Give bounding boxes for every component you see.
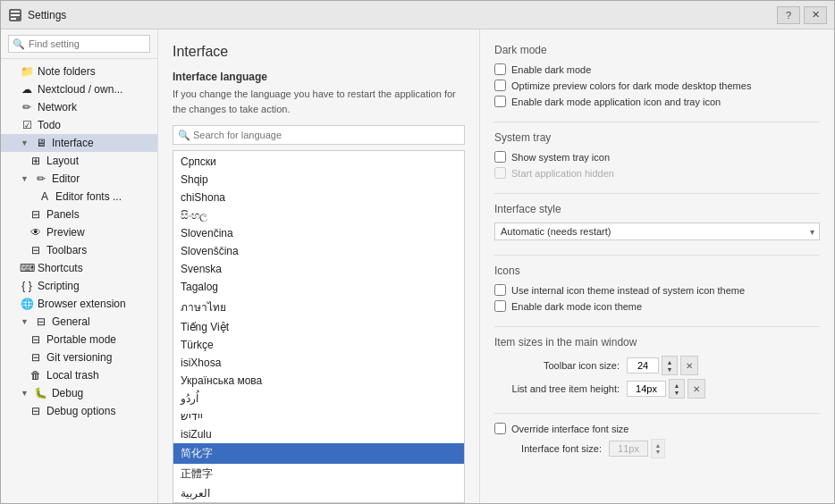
title-bar-left: Settings [8,8,66,22]
help-button[interactable]: ? [777,6,800,24]
language-item[interactable]: Српски [173,153,464,171]
font-override-section: Override interface font size Interface f… [494,423,820,458]
optimize-preview-checkbox[interactable] [494,80,506,91]
font-icon: A [38,190,51,203]
font-size-updown[interactable]: ▲ ▼ [651,439,665,458]
nav-label-portable-mode: Portable mode [46,333,116,346]
language-item[interactable]: 正體字 [173,464,464,484]
show-tray-checkbox[interactable] [494,151,506,163]
up-arrow: ▲ [667,359,673,365]
down-arrow-2: ▼ [674,390,680,396]
trash-icon: 🗑 [30,369,42,382]
interface-style-row: Automatic (needs restart) System Light D… [494,223,820,240]
dark-mode-title: Dark mode [494,44,820,56]
language-item[interactable]: ภาษาไทย [173,296,464,318]
interface-style-select[interactable]: Automatic (needs restart) System Light D… [494,223,820,240]
language-item[interactable]: 简化字 [173,443,464,464]
sidebar-item-browser-extension[interactable]: 🌐 Browser extension [1,295,157,313]
internal-icon-checkbox[interactable] [494,284,506,296]
svg-rect-3 [11,18,16,20]
close-button[interactable]: ✕ [804,6,827,24]
language-item[interactable]: Tiếng Việt [173,318,464,336]
sidebar-item-todo[interactable]: ☑ Todo [1,116,157,134]
language-item[interactable]: Svenska [173,260,464,278]
nav-label-panels: Panels [46,208,80,221]
title-bar-controls: ? ✕ [777,6,827,24]
font-up-arrow: ▲ [655,442,662,449]
sidebar-search-input[interactable] [8,35,150,53]
optimize-preview-row: Optimize preview colors for dark mode de… [494,80,820,91]
language-item[interactable]: Slovenčina [173,224,464,242]
language-item[interactable]: Shqip [173,171,464,189]
toolbar-icon-size-clear[interactable]: ✕ [680,356,698,375]
sidebar-item-toolbars[interactable]: ⊟ Toolbars [1,241,157,259]
start-hidden-checkbox[interactable] [494,167,506,179]
icons-section: Icons Use internal icon theme instead of… [494,265,820,312]
sidebar-item-editor[interactable]: ▼ ✏ Editor [1,170,157,188]
git-icon: ⊟ [30,351,42,364]
interface-style-title: Interface style [494,203,820,215]
toolbars-icon: ⊟ [30,244,42,256]
up-arrow-2: ▲ [674,382,680,389]
divider-4 [494,326,820,327]
list-tree-height-input[interactable] [627,381,666,397]
sidebar-item-shortcuts[interactable]: ⌨ Shortcuts [1,259,157,277]
expand-debug-arrow: ▼ [21,389,29,398]
sidebar-item-scripting[interactable]: { } Scripting [1,277,157,295]
language-item[interactable]: Українська мова [173,372,464,390]
start-hidden-row: Start application hidden [494,167,820,179]
sidebar-item-debug-options[interactable]: ⊟ Debug options [1,402,157,420]
sidebar-item-debug[interactable]: ▼ 🐛 Debug [1,384,157,402]
interface-title: Interface [173,44,465,60]
language-item[interactable]: isiZulu [173,425,464,443]
language-item[interactable]: יידיש [173,407,464,425]
sidebar-item-panels[interactable]: ⊟ Panels [1,206,157,223]
language-list: Limba românăрусскийСрпскиShqipchiShonaසි… [173,151,464,502]
language-item[interactable]: Slovenščina [173,242,464,260]
font-down-arrow: ▼ [655,449,662,455]
sidebar-item-nextcloud[interactable]: ☁ Nextcloud / own... [1,80,157,98]
sidebar-item-general[interactable]: ▼ ⊟ General [1,313,157,331]
nav-label-interface: Interface [52,137,94,149]
font-size-label: Interface font size: [494,443,602,454]
sidebar-item-portable-mode[interactable]: ⊟ Portable mode [1,331,157,349]
dark-icon-theme-checkbox[interactable] [494,300,506,312]
sidebar-item-editor-fonts[interactable]: A Editor fonts ... [1,188,157,206]
toolbar-icon-size-spinner: ▲ ▼ ✕ [627,356,698,375]
font-override-checkbox[interactable] [494,423,506,434]
nav-label-scripting: Scripting [38,280,80,292]
internal-icon-label: Use internal icon theme instead of syste… [511,285,745,296]
sidebar-item-note-folders[interactable]: 📁 Note folders [1,63,157,80]
enable-dark-checkbox[interactable] [494,63,506,75]
language-item[interactable]: chiShona [173,189,464,206]
left-content: Interface Interface language If you chan… [158,29,480,503]
general-icon: ⊟ [35,315,47,328]
folder-icon: 📁 [21,65,33,78]
language-search-input[interactable] [173,125,465,145]
nav-label-browser-extension: Browser extension [38,298,126,310]
panels-icon: ⊟ [30,208,42,221]
sidebar-item-preview[interactable]: 👁 Preview [1,223,157,241]
sidebar-item-network[interactable]: ✏ Network [1,98,157,116]
sidebar-item-local-trash[interactable]: 🗑 Local trash [1,366,157,384]
nav-label-debug: Debug [52,387,83,399]
list-tree-height-clear[interactable]: ✕ [687,379,705,399]
font-size-input[interactable] [609,441,648,457]
toolbar-icon-size-row: Toolbar icon size: ▲ ▼ ✕ [494,356,820,375]
language-item[interactable]: Türkçe [173,336,464,354]
sidebar-item-interface[interactable]: ▼ 🖥 Interface [1,134,157,152]
portable-icon: ⊟ [30,333,42,346]
toolbar-icon-size-input[interactable] [627,357,659,374]
language-item[interactable]: اُردُو [173,390,464,407]
list-tree-height-updown[interactable]: ▲ ▼ [669,379,685,399]
language-item[interactable]: Tagalog [173,278,464,296]
language-item[interactable]: isiXhosa [173,354,464,372]
sidebar-item-git-versioning[interactable]: ⊟ Git versioning [1,349,157,366]
enable-dark-icon-checkbox[interactable] [494,96,506,107]
toolbar-icon-size-updown[interactable]: ▲ ▼ [662,356,678,375]
sidebar-item-layout[interactable]: ⊞ Layout [1,152,157,170]
language-item[interactable]: සිංහල [173,206,464,224]
language-item[interactable]: العربية [173,484,464,502]
window-title: Settings [28,9,66,21]
dark-mode-section: Dark mode Enable dark mode Optimize prev… [494,44,820,107]
